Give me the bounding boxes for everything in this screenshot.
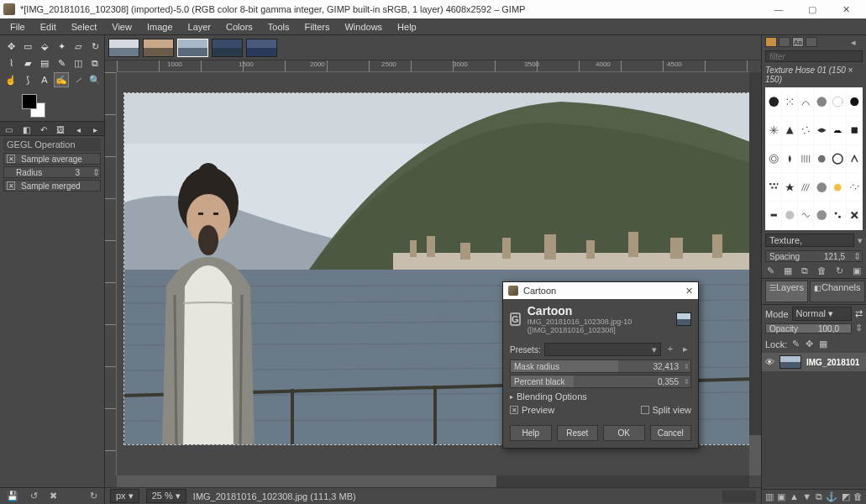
delete-brush-icon[interactable]: 🗑	[817, 265, 827, 276]
preset-menu-icon[interactable]: ▸	[680, 344, 691, 355]
layer-row[interactable]: 👁 IMG_2018101	[762, 353, 866, 371]
brush-item[interactable]	[847, 145, 862, 173]
brush-item[interactable]	[798, 202, 813, 229]
unit-selector[interactable]: px ▾	[110, 489, 139, 503]
brushes-dock-menu-icon[interactable]: ◂	[851, 37, 863, 47]
dialog-close-icon[interactable]: ✕	[685, 286, 693, 297]
brush-spacing-spinner[interactable]: ⇕	[853, 251, 862, 262]
close-button[interactable]: ✕	[829, 0, 863, 18]
zoom-tool[interactable]: 🔍	[87, 72, 102, 87]
device-status-tab[interactable]: ◧	[18, 122, 35, 137]
fonts-tab[interactable]: Aa	[792, 37, 804, 47]
fg-color-swatch[interactable]	[22, 94, 37, 109]
lock-pixels-icon[interactable]: ✎	[792, 339, 800, 349]
menu-colors[interactable]: Colors	[219, 20, 260, 34]
brush-item[interactable]	[814, 145, 829, 173]
ruler-vertical[interactable]	[105, 72, 117, 475]
menu-filters[interactable]: Filters	[298, 20, 337, 34]
edit-brush-icon[interactable]: ✎	[767, 265, 774, 276]
restore-options-icon[interactable]: ↺	[30, 491, 38, 501]
sample-average-checkbox[interactable]: ✕	[7, 155, 15, 163]
minimize-button[interactable]: —	[762, 0, 795, 18]
warp-tool[interactable]: ⌇	[3, 55, 18, 71]
opacity-slider[interactable]: Opacity 100,0	[765, 323, 852, 333]
brush-item[interactable]	[782, 117, 797, 144]
brush-item[interactable]	[831, 202, 846, 229]
presets-select[interactable]: ▾	[544, 343, 661, 356]
image-tab-0[interactable]	[108, 39, 139, 57]
pencil-tool[interactable]: ✎	[54, 55, 69, 71]
lock-position-icon[interactable]: ✥	[806, 339, 813, 349]
path-tool[interactable]: ⟆	[20, 72, 35, 87]
reset-button[interactable]: Reset	[557, 425, 599, 441]
mask-radius-spinner[interactable]: ⇕	[682, 363, 690, 370]
reset-options-icon[interactable]: ↻	[90, 491, 97, 501]
open-as-image-icon[interactable]: ▣	[853, 265, 861, 276]
brush-item[interactable]	[766, 145, 781, 173]
image-tab-4[interactable]	[246, 39, 277, 57]
mask-layer-icon[interactable]: ◩	[842, 491, 850, 502]
bucket-fill-tool[interactable]: ▰	[20, 55, 35, 71]
dock-config-icon[interactable]: ▸	[87, 122, 104, 137]
eraser-tool[interactable]: ◫	[71, 55, 86, 71]
text-tool[interactable]: A	[37, 72, 52, 87]
menu-tools[interactable]: Tools	[261, 20, 297, 34]
menu-image[interactable]: Image	[140, 20, 180, 34]
history-tab[interactable]	[806, 37, 817, 47]
brush-item[interactable]	[766, 173, 781, 201]
brush-filter-input[interactable]	[765, 50, 863, 62]
image-tab-2[interactable]	[177, 39, 208, 57]
maximize-button[interactable]: ▢	[795, 0, 829, 18]
brushes-tab[interactable]	[765, 37, 777, 47]
mode-select[interactable]: Normal ▾	[792, 307, 852, 321]
preset-add-icon[interactable]: +	[664, 344, 676, 355]
new-group-icon[interactable]: ▣	[777, 491, 785, 502]
color-picker-tool[interactable]: ✍	[54, 72, 69, 87]
new-layer-icon[interactable]: ▥	[765, 491, 774, 502]
smudge-tool[interactable]: ☝	[3, 72, 18, 87]
fg-bg-colors[interactable]	[22, 94, 45, 118]
brush-item[interactable]	[814, 88, 829, 116]
menu-view[interactable]: View	[105, 20, 139, 34]
blending-expander[interactable]: ▸ Blending Options	[510, 391, 691, 402]
crop-tool[interactable]: ▱	[71, 39, 86, 54]
cancel-button[interactable]: Cancel	[650, 425, 692, 441]
menu-select[interactable]: Select	[65, 20, 104, 34]
split-view-checkbox[interactable]	[641, 406, 649, 414]
brush-item[interactable]	[847, 202, 862, 229]
brush-spacing-row[interactable]: Spacing 121,5 ⇕	[765, 250, 863, 262]
sample-merged-checkbox[interactable]: ✕	[7, 181, 15, 190]
ruler-horizontal[interactable]: 1000 1500 2000 2500 3000 3500 4000 4500	[117, 60, 749, 72]
dialog-titlebar[interactable]: Cartoon ✕	[503, 282, 698, 299]
brush-item[interactable]	[814, 117, 829, 144]
brush-item[interactable]	[766, 202, 781, 229]
brush-item[interactable]	[798, 173, 813, 201]
duplicate-layer-icon[interactable]: ⧉	[816, 491, 822, 502]
lock-alpha-icon[interactable]: ▦	[819, 339, 827, 349]
menu-layer[interactable]: Layer	[181, 20, 218, 34]
mode-switch-icon[interactable]: ⇄	[855, 308, 863, 319]
merge-layer-icon[interactable]: ⚓	[826, 491, 837, 502]
brush-item[interactable]	[814, 202, 829, 229]
brush-item[interactable]	[831, 117, 846, 144]
radius-row[interactable]: Radius 3 ⇕	[3, 166, 101, 178]
save-options-icon[interactable]: 💾	[7, 491, 18, 501]
help-button[interactable]: Help	[510, 425, 552, 441]
navigation-preview[interactable]	[722, 491, 756, 502]
opacity-spinner[interactable]: ⇕	[855, 323, 863, 333]
menu-help[interactable]: Help	[391, 20, 423, 34]
visibility-eye-icon[interactable]: 👁	[765, 357, 774, 367]
brush-category-select[interactable]: Texture,	[765, 234, 854, 247]
images-tab[interactable]: 🖼	[52, 122, 70, 137]
rotate-tool[interactable]: ↻	[87, 39, 102, 54]
percent-black-slider[interactable]: Percent black 0,355 ⇕	[510, 375, 691, 388]
brush-item[interactable]	[766, 88, 781, 116]
fuzzy-select-tool[interactable]: ✦	[54, 39, 69, 54]
menu-windows[interactable]: Windows	[338, 20, 389, 34]
brush-item[interactable]	[782, 173, 797, 201]
brush-item[interactable]	[831, 145, 846, 173]
undo-history-tab[interactable]: ↶	[34, 122, 52, 137]
layers-tab[interactable]: ☰Layers	[765, 281, 808, 302]
delete-options-icon[interactable]: ✖	[50, 491, 57, 501]
mask-radius-slider[interactable]: Mask radius 32,413 ⇕	[510, 360, 691, 373]
